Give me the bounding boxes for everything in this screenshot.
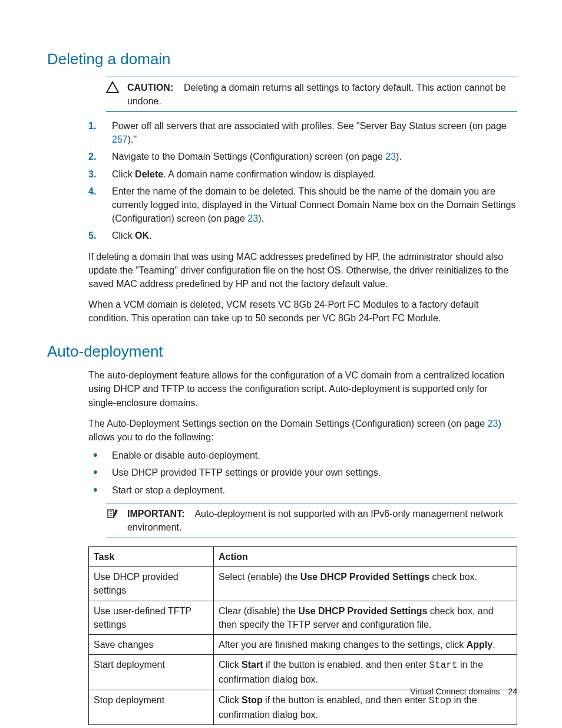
paragraph: The auto-deployment feature allows for t… bbox=[88, 368, 517, 410]
ui-term: OK bbox=[135, 230, 149, 241]
important-label: IMPORTANT: bbox=[127, 509, 184, 519]
step-text: Click bbox=[112, 169, 135, 179]
task-cell: Use user-defined TFTP settings bbox=[89, 601, 214, 634]
cell-text: check box. bbox=[429, 572, 477, 582]
document-page: Deleting a domain CAUTION: Deleting a do… bbox=[0, 0, 562, 728]
caution-label: CAUTION: bbox=[127, 83, 173, 93]
step-2: Navigate to the Domain Settings (Configu… bbox=[88, 150, 517, 163]
page-link[interactable]: 23 bbox=[488, 419, 498, 429]
important-callout: IMPORTANT: Auto-deployment is not suppor… bbox=[106, 503, 517, 538]
ui-term: Apply bbox=[467, 640, 492, 650]
task-cell: Stop deployment bbox=[89, 690, 214, 724]
caution-text: CAUTION: Deleting a domain returns all s… bbox=[127, 81, 516, 108]
task-cell: Save changes bbox=[89, 635, 214, 655]
page-footer: Virtual Connect domains 24 bbox=[410, 686, 517, 697]
ui-term: Delete bbox=[135, 169, 163, 179]
section-heading-auto-deployment: Auto-deployment bbox=[47, 341, 517, 363]
cell-text: Select (enable) the bbox=[219, 572, 300, 582]
code-term: Start bbox=[429, 660, 458, 671]
ui-term: Start bbox=[242, 660, 263, 670]
caution-icon bbox=[106, 81, 127, 93]
paragraph: When a VCM domain is deleted, VCM resets… bbox=[88, 298, 517, 325]
step-text: )." bbox=[128, 134, 137, 144]
caution-body: Deleting a domain returns all settings t… bbox=[127, 83, 506, 106]
action-cell: Clear (disable) the Use DHCP Provided Se… bbox=[214, 601, 517, 634]
table-header-row: Task Action bbox=[89, 547, 517, 567]
cell-text: Click bbox=[219, 695, 242, 705]
task-cell: Use DHCP provided settings bbox=[89, 567, 214, 601]
step-text: Power off all servers that are associate… bbox=[112, 121, 507, 131]
table-row: Use DHCP provided settings Select (enabl… bbox=[89, 567, 517, 601]
paragraph: The Auto-Deployment Settings section on … bbox=[88, 417, 517, 444]
step-text: . A domain name confirmation window is d… bbox=[163, 169, 376, 179]
list-item: Use DHCP provided TFTP settings or provi… bbox=[88, 466, 517, 479]
page-link[interactable]: 23 bbox=[247, 213, 258, 223]
cell-text: Clear (disable) the bbox=[219, 606, 298, 616]
procedure-list: Power off all servers that are associate… bbox=[88, 119, 517, 243]
step-1: Power off all servers that are associate… bbox=[88, 119, 517, 146]
step-3: Click Delete. A domain name confirmation… bbox=[88, 167, 517, 181]
task-cell: Start deployment bbox=[89, 655, 214, 690]
step-5: Click OK. bbox=[88, 229, 517, 242]
step-4: Enter the name of the domain to be delet… bbox=[88, 185, 517, 226]
table-row: Start deployment Click Start if the butt… bbox=[89, 655, 517, 690]
step-text: Enter the name of the domain to be delet… bbox=[112, 186, 515, 223]
step-text: ). bbox=[396, 151, 402, 162]
important-icon bbox=[106, 507, 127, 519]
table-row: Use user-defined TFTP settings Clear (di… bbox=[89, 601, 517, 634]
section1-body: Power off all servers that are associate… bbox=[88, 119, 517, 325]
cell-text: if the button is enabled, and then enter bbox=[263, 695, 429, 705]
ui-term: Stop bbox=[242, 695, 263, 705]
table-row: Save changes After you are finished maki… bbox=[89, 635, 517, 655]
action-cell: After you are finished making changes to… bbox=[214, 635, 517, 655]
page-number: 24 bbox=[508, 687, 517, 696]
ui-term: Use DHCP Provided Settings bbox=[300, 572, 429, 582]
step-text: Navigate to the Domain Settings (Configu… bbox=[112, 151, 385, 162]
cell-text: . bbox=[492, 640, 495, 650]
step-text: ). bbox=[258, 213, 264, 223]
paragraph: If deleting a domain that was using MAC … bbox=[88, 250, 517, 291]
footer-section-title: Virtual Connect domains bbox=[410, 687, 500, 696]
column-header-action: Action bbox=[214, 547, 517, 567]
cell-text: if the button is enabled, and then enter bbox=[263, 660, 429, 670]
list-item: Start or stop a deployment. bbox=[88, 483, 517, 497]
caution-callout: CAUTION: Deleting a domain returns all s… bbox=[106, 77, 517, 112]
cell-text: After you are finished making changes to… bbox=[219, 640, 467, 650]
table-container: Task Action Use DHCP provided settings S… bbox=[88, 546, 517, 728]
task-action-table: Task Action Use DHCP provided settings S… bbox=[88, 546, 517, 725]
important-text: IMPORTANT: Auto-deployment is not suppor… bbox=[127, 507, 516, 534]
paragraph-text: The Auto-Deployment Settings section on … bbox=[88, 419, 488, 429]
section2-body: The auto-deployment feature allows for t… bbox=[88, 368, 517, 497]
action-cell: Click Start if the button is enabled, an… bbox=[214, 655, 517, 690]
page-link[interactable]: 257 bbox=[112, 134, 128, 144]
action-cell: Select (enable) the Use DHCP Provided Se… bbox=[214, 567, 517, 601]
column-header-task: Task bbox=[89, 547, 214, 567]
step-text: . bbox=[149, 230, 151, 241]
cell-text: Click bbox=[219, 660, 242, 670]
ui-term: Use DHCP Provided Settings bbox=[298, 606, 427, 616]
section-heading-deleting-domain: Deleting a domain bbox=[47, 48, 517, 71]
step-text: Click bbox=[112, 230, 135, 241]
page-link[interactable]: 23 bbox=[385, 151, 396, 162]
list-item: Enable or disable auto-deployment. bbox=[88, 449, 517, 462]
bullet-list: Enable or disable auto-deployment. Use D… bbox=[88, 449, 517, 497]
